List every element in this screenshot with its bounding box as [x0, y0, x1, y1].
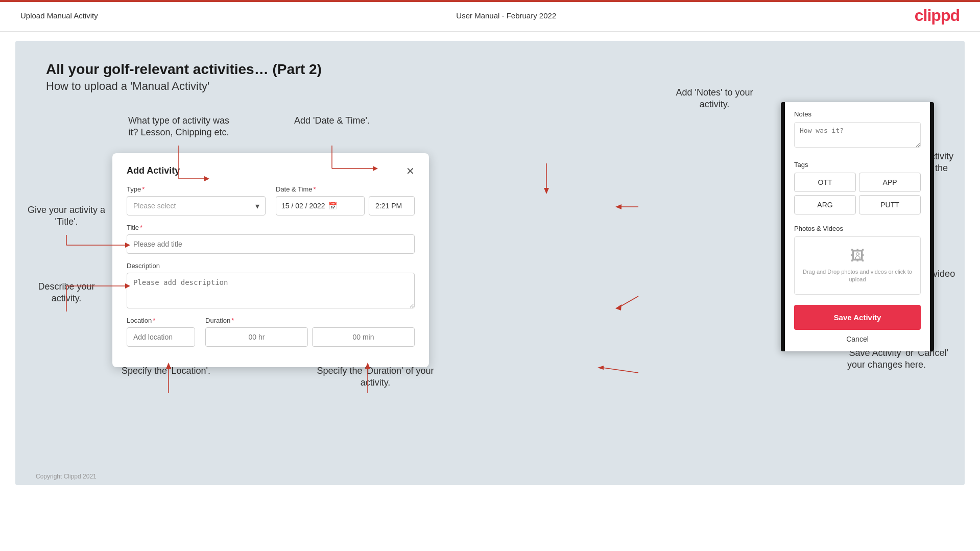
required-star-location: *	[153, 317, 155, 324]
description-label: Description	[127, 262, 415, 270]
dialog-close-button[interactable]: ✕	[406, 166, 415, 176]
date-input[interactable]: 15 / 02 / 2022 📅	[276, 196, 365, 215]
annotation-duration: Specify the 'Duration' of your activity.	[317, 365, 434, 389]
duration-min-input[interactable]	[312, 327, 415, 347]
annotation-title: Give your activity a 'Title'.	[26, 204, 107, 228]
page-subtitle-left: Upload Manual Activity	[20, 11, 98, 20]
tags-label: Tags	[794, 161, 921, 169]
svg-line-21	[620, 296, 638, 306]
tags-section: Tags OTT APP ARG PUTT	[785, 156, 930, 220]
tag-ott[interactable]: OTT	[794, 173, 856, 192]
datetime-label: Date & Time*	[276, 185, 415, 193]
notes-input[interactable]	[794, 122, 921, 148]
cancel-link[interactable]: Cancel	[785, 335, 930, 351]
tag-arg[interactable]: ARG	[794, 195, 856, 214]
logo: clippd	[915, 6, 960, 25]
svg-marker-24	[597, 366, 604, 370]
annotation-description: Describe your activity.	[26, 281, 107, 305]
annotation-type: What type of activity was it? Lesson, Ch…	[128, 115, 230, 139]
form-group-title: Title*	[127, 224, 415, 254]
upload-area[interactable]: 🖼 Drag and Drop photos and videos or cli…	[794, 236, 921, 295]
location-label: Location*	[127, 317, 195, 324]
page-title-sub: How to upload a 'Manual Activity'	[46, 80, 934, 93]
required-star-datetime: *	[314, 185, 316, 193]
svg-marker-18	[544, 188, 549, 194]
form-group-description: Description	[127, 262, 415, 308]
page-title-block: All your golf-relevant activities… (Part…	[46, 61, 934, 93]
title-input[interactable]	[127, 234, 415, 254]
calendar-icon: 📅	[328, 202, 337, 210]
form-row-type-datetime: Type* Please select Date & Time* 15 /	[127, 185, 415, 215]
add-activity-dialog: Add Activity ✕ Type* Please select	[112, 153, 429, 367]
dialog-title: Add Activity	[127, 165, 180, 176]
top-bar: Upload Manual Activity User Manual - Feb…	[0, 0, 980, 32]
type-select-wrapper[interactable]: Please select	[127, 196, 266, 215]
notes-section: Notes	[785, 102, 930, 156]
duration-row	[205, 327, 415, 347]
duration-hr-input[interactable]	[205, 327, 308, 347]
title-label: Title*	[127, 224, 415, 231]
svg-marker-20	[615, 204, 622, 209]
page-subtitle-center: User Manual - February 2022	[456, 11, 556, 20]
form-row-location-duration: Location* Duration*	[127, 317, 415, 347]
svg-line-23	[603, 368, 638, 373]
notes-label: Notes	[794, 110, 921, 118]
form-group-duration: Duration*	[205, 317, 415, 347]
type-select[interactable]: Please select	[127, 196, 266, 215]
required-star-title: *	[140, 224, 142, 231]
dialog-header: Add Activity ✕	[127, 165, 415, 176]
description-textarea[interactable]	[127, 273, 415, 308]
time-input[interactable]: 2:21 PM	[369, 196, 415, 215]
svg-marker-22	[615, 304, 622, 310]
required-star-duration: *	[231, 317, 234, 324]
type-label: Type*	[127, 185, 266, 193]
annotation-datetime: Add 'Date & Time'.	[286, 115, 378, 127]
save-activity-button[interactable]: Save Activity	[794, 305, 921, 330]
form-group-location: Location*	[127, 317, 195, 347]
upload-text: Drag and Drop photos and videos or click…	[800, 268, 915, 284]
form-group-datetime: Date & Time* 15 / 02 / 2022 📅 2:21 PM	[276, 185, 415, 215]
duration-label: Duration*	[205, 317, 415, 324]
copyright: Copyright Clippd 2021	[36, 473, 97, 480]
page-title-main: All your golf-relevant activities… (Part…	[46, 61, 934, 78]
tag-app[interactable]: APP	[859, 173, 921, 192]
location-input[interactable]	[127, 327, 195, 347]
date-value: 15 / 02 / 2022	[281, 202, 325, 210]
photos-section: Photos & Videos 🖼 Drag and Drop photos a…	[785, 220, 930, 300]
tags-grid: OTT APP ARG PUTT	[794, 173, 921, 214]
tag-putt[interactable]: PUTT	[859, 195, 921, 214]
form-group-type: Type* Please select	[127, 185, 266, 215]
main-content: All your golf-relevant activities… (Part…	[15, 41, 965, 485]
annotation-notes: Add 'Notes' to your activity.	[663, 87, 766, 111]
phone-panel: Notes Tags OTT APP ARG PUTT Photos & Vid…	[781, 102, 934, 351]
dialog-box: Add Activity ✕ Type* Please select	[112, 153, 429, 367]
date-time-row: 15 / 02 / 2022 📅 2:21 PM	[276, 196, 415, 215]
upload-icon: 🖼	[800, 247, 915, 264]
required-star-type: *	[142, 185, 145, 193]
photos-label: Photos & Videos	[794, 225, 921, 232]
